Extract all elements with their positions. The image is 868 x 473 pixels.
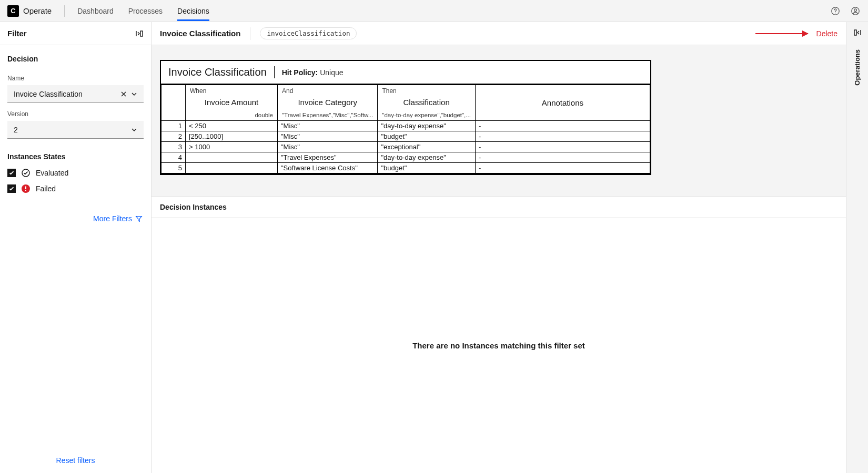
more-filters-label: More Filters — [93, 214, 132, 223]
decision-instances-header: Decision Instances — [152, 197, 846, 218]
operations-rail: Operations — [846, 22, 868, 473]
filter-version-value: 2 — [14, 126, 18, 134]
filter-section-decision: Decision — [7, 55, 144, 63]
row-number: 1 — [162, 121, 186, 131]
filter-states-title: Instances States — [7, 152, 144, 161]
row-number: 3 — [162, 142, 186, 152]
app-brand: Operate — [23, 6, 52, 15]
main-panel: Invoice Classification invoiceClassifica… — [152, 22, 846, 473]
nav-processes[interactable]: Processes — [128, 1, 163, 21]
cell-annotation: - — [475, 142, 650, 152]
top-bar: C Operate Dashboard Processes Decisions — [0, 0, 868, 22]
decision-id-badge: invoiceClassification — [260, 27, 357, 39]
empty-instances-message: There are no Instances matching this fil… — [412, 341, 585, 350]
filter-icon — [135, 215, 143, 222]
svg-point-5 — [22, 169, 29, 177]
dmn-rule-row: 2[250..1000]"Misc""budget"- — [162, 131, 650, 142]
cell-output-1: "day-to-day expense" — [378, 152, 476, 163]
cell-input-1: < 250 — [186, 121, 278, 131]
filter-sidebar: Filter Decision Name Invoice Classificat… — [0, 22, 152, 473]
dmn-table-container: Invoice Classification Hit Policy: Uniqu… — [160, 60, 651, 175]
app-logo: C — [7, 5, 19, 17]
evaluated-icon — [21, 168, 31, 178]
svg-point-1 — [835, 13, 835, 13]
hit-policy-label: Hit Policy: — [282, 68, 318, 77]
cell-input-1 — [186, 152, 278, 163]
cell-input-1: > 1000 — [186, 142, 278, 152]
dmn-title: Invoice Classification — [168, 66, 275, 78]
decision-instances-body: There are no Instances matching this fil… — [152, 218, 846, 473]
row-number: 5 — [162, 163, 186, 174]
nav-dashboard[interactable]: Dashboard — [77, 1, 114, 21]
cell-output-1: "budget" — [378, 163, 476, 174]
state-failed-label: Failed — [36, 184, 56, 193]
dmn-caption: Invoice Classification Hit Policy: Uniqu… — [161, 61, 650, 85]
more-filters-button[interactable]: More Filters — [7, 214, 144, 223]
dmn-rule-row: 3> 1000"Misc""exceptional"- — [162, 142, 650, 152]
cell-annotation: - — [475, 131, 650, 142]
main-header: Invoice Classification invoiceClassifica… — [152, 22, 846, 45]
expand-panel-icon[interactable] — [853, 28, 862, 37]
cell-input-2: "Misc" — [278, 131, 378, 142]
svg-rect-7 — [25, 187, 26, 190]
header-divider — [250, 27, 250, 40]
dmn-annotations-col: Annotations — [475, 85, 650, 121]
filter-name-select[interactable]: Invoice Classification — [7, 85, 144, 103]
svg-point-3 — [854, 8, 857, 11]
filter-state-failed[interactable]: Failed — [7, 184, 144, 193]
cell-annotation: - — [475, 152, 650, 163]
svg-rect-9 — [854, 30, 856, 35]
chevron-down-icon[interactable] — [131, 91, 137, 97]
nav-divider — [64, 5, 65, 17]
cell-input-2: "Software License Costs" — [278, 163, 378, 174]
filter-name-label: Name — [7, 75, 144, 82]
dmn-input-col-1: When Invoice Amount double — [186, 85, 278, 121]
filter-version-label: Version — [7, 110, 144, 118]
chevron-down-icon[interactable] — [131, 127, 137, 133]
checkbox-checked-icon — [7, 184, 16, 193]
cell-input-1 — [186, 163, 278, 174]
dmn-output-col-1: Then Classification "day-to-day expense"… — [378, 85, 476, 121]
dmn-rule-row: 1< 250"Misc""day-to-day expense"- — [162, 121, 650, 131]
cell-input-2: "Misc" — [278, 142, 378, 152]
filter-name-value: Invoice Classification — [14, 90, 83, 98]
filter-header: Filter — [0, 22, 151, 45]
filter-title: Filter — [7, 29, 27, 38]
failed-icon — [21, 184, 31, 193]
clear-icon[interactable] — [120, 91, 127, 97]
filter-state-evaluated[interactable]: Evaluated — [7, 168, 144, 178]
dmn-viewer: Invoice Classification Hit Policy: Uniqu… — [152, 45, 846, 197]
page-title: Invoice Classification — [160, 29, 240, 38]
user-icon[interactable] — [850, 6, 861, 16]
cell-output-1: "day-to-day expense" — [378, 121, 476, 131]
cell-input-2: "Travel Expenses" — [278, 152, 378, 163]
dmn-table: When Invoice Amount double And Invoice C… — [161, 85, 650, 174]
nav-decisions[interactable]: Decisions — [177, 1, 209, 21]
delete-button[interactable]: Delete — [816, 29, 837, 38]
reset-filters-link[interactable]: Reset filters — [56, 456, 95, 465]
row-number: 4 — [162, 152, 186, 163]
checkbox-checked-icon — [7, 169, 16, 177]
help-icon[interactable] — [830, 6, 841, 16]
cell-annotation: - — [475, 121, 650, 131]
state-evaluated-label: Evaluated — [36, 169, 68, 177]
filter-version-select[interactable]: 2 — [7, 121, 144, 139]
cell-output-1: "budget" — [378, 131, 476, 142]
dmn-rule-row: 5"Software License Costs""budget"- — [162, 163, 650, 174]
svg-rect-8 — [25, 190, 26, 191]
svg-rect-4 — [140, 31, 143, 36]
dmn-rule-row: 4"Travel Expenses""day-to-day expense"- — [162, 152, 650, 163]
row-number-header — [162, 85, 186, 121]
dmn-input-col-2: And Invoice Category "Travel Expenses","… — [278, 85, 378, 121]
hit-policy-value: Unique — [320, 68, 343, 77]
cell-annotation: - — [475, 163, 650, 174]
cell-output-1: "exceptional" — [378, 142, 476, 152]
operations-tab[interactable]: Operations — [853, 49, 861, 86]
annotation-arrow — [755, 33, 808, 34]
cell-input-1: [250..1000] — [186, 131, 278, 142]
row-number: 2 — [162, 131, 186, 142]
collapse-panel-icon[interactable] — [135, 29, 144, 38]
cell-input-2: "Misc" — [278, 121, 378, 131]
